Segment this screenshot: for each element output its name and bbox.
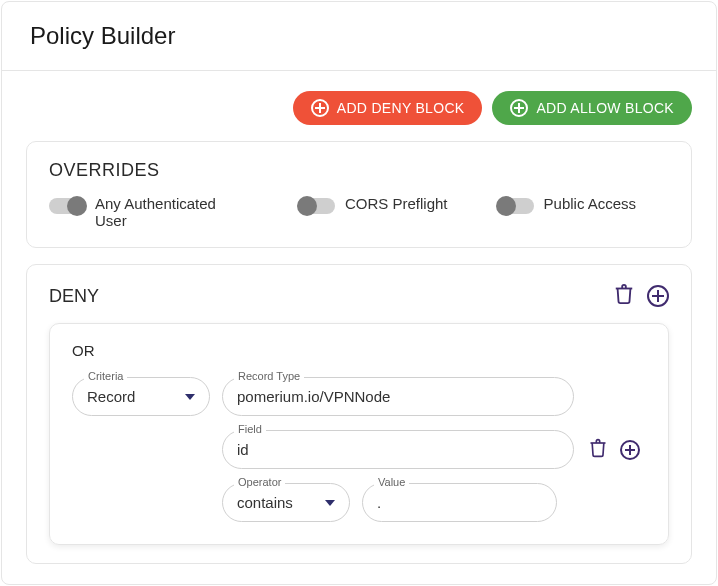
overrides-row: Any Authenticated User CORS Preflight Pu… <box>49 195 669 229</box>
deny-block-actions <box>613 283 669 309</box>
toggle-label: CORS Preflight <box>345 195 448 212</box>
chevron-down-icon <box>325 500 335 506</box>
combinator-label: OR <box>72 342 646 359</box>
policy-builder-panel: Policy Builder ADD DENY BLOCK ADD ALLOW … <box>1 1 717 585</box>
header: Policy Builder <box>2 2 716 71</box>
add-allow-block-button[interactable]: ADD ALLOW BLOCK <box>492 91 692 125</box>
toggle-label: Public Access <box>544 195 637 212</box>
field-row-2: Field <box>222 430 646 469</box>
rule-row-actions <box>588 430 646 462</box>
page-title: Policy Builder <box>30 22 688 50</box>
plus-circle-icon <box>510 99 528 117</box>
body: ADD DENY BLOCK ADD ALLOW BLOCK OVERRIDES… <box>2 71 716 585</box>
operator-label: Operator <box>234 476 285 488</box>
trash-icon[interactable] <box>588 438 608 462</box>
record-type-field: Record Type <box>222 377 574 416</box>
toggle-label: Any Authenticated User <box>95 195 249 229</box>
value-field: Value <box>362 483 557 522</box>
deny-header: DENY <box>49 283 669 309</box>
deny-block-card: DENY OR Criteria Record <box>26 264 692 564</box>
field-input[interactable] <box>222 430 574 469</box>
operator-value: contains <box>237 494 293 511</box>
record-type-label: Record Type <box>234 370 304 382</box>
action-row: ADD DENY BLOCK ADD ALLOW BLOCK <box>26 91 692 125</box>
add-circle-icon[interactable] <box>620 440 640 460</box>
add-allow-label: ADD ALLOW BLOCK <box>536 100 674 116</box>
add-circle-icon[interactable] <box>647 285 669 307</box>
criteria-label: Criteria <box>84 370 127 382</box>
overrides-title: OVERRIDES <box>49 160 669 181</box>
overrides-card: OVERRIDES Any Authenticated User CORS Pr… <box>26 141 692 248</box>
trash-icon[interactable] <box>613 283 635 309</box>
field-row-1: Criteria Record Record Type <box>72 377 646 416</box>
criteria-value: Record <box>87 388 135 405</box>
add-deny-block-button[interactable]: ADD DENY BLOCK <box>293 91 483 125</box>
field-label: Field <box>234 423 266 435</box>
toggle-public-access: Public Access <box>498 195 637 214</box>
switch-cors-preflight[interactable] <box>299 198 335 214</box>
deny-title: DENY <box>49 286 99 307</box>
field-row-3: Operator contains Value <box>222 483 646 522</box>
value-input[interactable] <box>362 483 557 522</box>
value-label: Value <box>374 476 409 488</box>
toggle-any-auth-user: Any Authenticated User <box>49 195 249 229</box>
operator-select[interactable]: contains <box>222 483 350 522</box>
criteria-select[interactable]: Record <box>72 377 210 416</box>
plus-circle-icon <box>311 99 329 117</box>
switch-public-access[interactable] <box>498 198 534 214</box>
record-type-input[interactable] <box>222 377 574 416</box>
toggle-cors-preflight: CORS Preflight <box>299 195 448 214</box>
criteria-field: Criteria Record <box>72 377 210 416</box>
add-deny-label: ADD DENY BLOCK <box>337 100 465 116</box>
field-field: Field <box>222 430 574 469</box>
chevron-down-icon <box>185 394 195 400</box>
operator-field: Operator contains <box>222 483 350 522</box>
switch-any-auth-user[interactable] <box>49 198 85 214</box>
rule-card: OR Criteria Record Record Type <box>49 323 669 545</box>
